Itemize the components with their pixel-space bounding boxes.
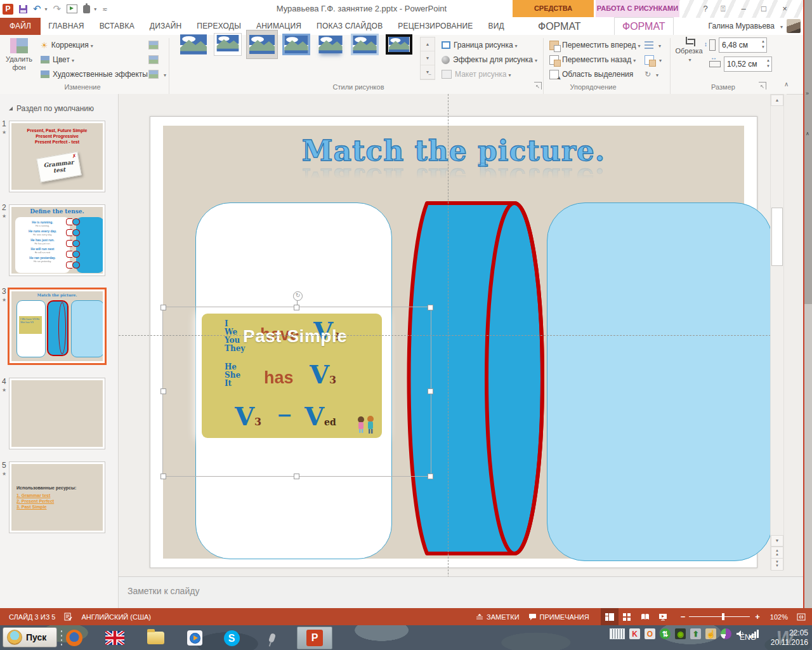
picture-style-1[interactable]	[178, 30, 209, 59]
picture-style-7[interactable]	[383, 30, 415, 59]
tab-insert[interactable]: ВСТАВКА	[92, 18, 142, 35]
section-header[interactable]: Раздел по умолчанию	[9, 104, 94, 113]
language-indicator[interactable]: ENG	[740, 633, 756, 642]
nvidia-icon[interactable]: ◉	[675, 628, 686, 639]
slide-2-thumbnail[interactable]: Define the tense. He is running.He is ru…	[9, 204, 105, 276]
notes-placeholder[interactable]: Заметки к слайду	[128, 586, 199, 596]
microphone-icon[interactable]	[263, 628, 282, 647]
rotation-handle[interactable]: ↻	[293, 291, 303, 301]
sync-icon[interactable]: ⇅	[660, 628, 671, 639]
zoom-in-button[interactable]: +	[755, 612, 760, 621]
slide-sorter-view-button[interactable]	[619, 608, 636, 625]
gallery-scroll-up[interactable]: ▲	[421, 37, 435, 51]
tab-view[interactable]: ВИД	[481, 18, 512, 35]
artistic-effects-button[interactable]: Художественные эффекты	[41, 68, 152, 81]
shape-height-input[interactable]: 6,48 см ▲▼	[719, 37, 767, 53]
notes-toggle[interactable]: ЗАМЕТКИ	[476, 613, 520, 621]
ribbon-display-options-button[interactable]: ⍐	[715, 3, 731, 15]
picture-border-button[interactable]: Граница рисунка	[442, 39, 518, 51]
align-button[interactable]	[645, 39, 661, 51]
zoom-slider[interactable]	[689, 616, 750, 617]
gallery-more-button[interactable]: ▼̲	[421, 65, 435, 79]
redo-button[interactable]: ↷	[53, 3, 62, 15]
picture-style-5[interactable]	[315, 30, 346, 59]
picture-style-2[interactable]	[212, 30, 244, 59]
slide-4-thumbnail[interactable]	[9, 378, 105, 449]
close-button[interactable]: ×	[776, 3, 793, 15]
selection-handle-ne[interactable]	[428, 305, 433, 310]
next-slide-button[interactable]: ▼▼	[771, 558, 783, 571]
previous-slide-button[interactable]: ▲▲	[771, 547, 783, 559]
crop-button[interactable]: Обрезка	[674, 37, 704, 83]
file-explorer-icon[interactable]	[146, 628, 165, 647]
rotate-button[interactable]: ↻	[645, 68, 658, 81]
clock[interactable]: 22:05 20.11.2016	[771, 628, 808, 647]
usb-device-icon[interactable]: ⬆	[690, 628, 701, 639]
zoom-level[interactable]: 102%	[770, 613, 788, 621]
width-spinner-arrows[interactable]: ▲▼	[766, 58, 770, 69]
minimize-button[interactable]: –	[735, 3, 752, 15]
media-player-icon[interactable]	[185, 628, 204, 647]
touch-pointer-icon[interactable]: ☝	[705, 628, 716, 639]
vertical-scrollbar[interactable]: ▲ ▼ ▲▲ ▼▼	[770, 94, 784, 570]
customize-qat-button[interactable]: ≂	[102, 6, 107, 13]
selection-handle-nw[interactable]	[160, 305, 166, 310]
picture-effects-button[interactable]: Эффекты для рисунка	[442, 53, 537, 66]
uk-flag-language-icon[interactable]	[105, 628, 124, 647]
reading-view-button[interactable]	[636, 608, 654, 625]
spellcheck-icon[interactable]	[64, 613, 72, 621]
touch-mode-dropdown[interactable]	[92, 6, 96, 12]
size-dialog-launcher[interactable]: ↘	[759, 82, 766, 90]
light-blue-rounded-rectangle[interactable]	[547, 202, 773, 561]
height-spinner-arrows[interactable]: ▲▼	[761, 39, 765, 50]
firefox-icon[interactable]	[65, 628, 84, 647]
shape-width-input[interactable]: 10,52 см ▲▼	[724, 56, 772, 72]
zoom-slider-thumb[interactable]	[722, 613, 724, 620]
selection-handle-se[interactable]	[428, 474, 433, 479]
tab-format-drawing-tools[interactable]: ФОРМАТ	[532, 18, 587, 35]
styles-dialog-launcher[interactable]: ↘	[534, 82, 542, 90]
disk-usage-icon[interactable]	[721, 628, 731, 639]
skype-icon[interactable]: S	[222, 628, 241, 647]
scroll-up-button[interactable]: ▲	[771, 95, 783, 106]
tab-format-picture-tools-active[interactable]: ФОРМАТ	[614, 17, 674, 35]
slide-3-thumbnail-selected[interactable]: Match the picture. I We have V3 He She h…	[8, 288, 107, 365]
color-button[interactable]: Цвет	[41, 53, 74, 66]
office-icon[interactable]: O	[645, 628, 655, 639]
start-from-beginning-button[interactable]	[67, 4, 77, 13]
send-backward-button[interactable]: Переместить назад	[549, 53, 636, 66]
compress-picture-button[interactable]	[148, 39, 159, 51]
notes-pane[interactable]: Заметки к слайду	[119, 576, 803, 609]
remove-background-button[interactable]: Удалить фон	[1, 37, 37, 83]
picture-style-6[interactable]	[349, 30, 381, 59]
horizontal-guide[interactable]	[119, 335, 783, 336]
selection-handle-n[interactable]	[294, 305, 299, 310]
slide-5-thumbnail[interactable]: Использованные ресурсы: 1. Grammar test2…	[9, 461, 105, 533]
powerpoint-taskbar-button-active[interactable]: P	[297, 627, 332, 649]
tab-file[interactable]: ФАЙЛ	[0, 18, 41, 35]
selection-handle-w[interactable]	[160, 388, 166, 394]
selection-pane-button[interactable]: Область выделения	[549, 68, 633, 81]
reset-picture-button[interactable]	[148, 68, 166, 81]
help-button[interactable]: ?	[697, 3, 714, 15]
normal-view-button[interactable]	[601, 608, 619, 625]
fit-slide-button[interactable]	[797, 613, 806, 621]
collapse-ribbon-button[interactable]: ∧	[784, 81, 789, 88]
bring-forward-button[interactable]: Переместить вперед	[549, 39, 641, 51]
change-picture-button[interactable]	[148, 53, 159, 66]
touch-mode-button[interactable]	[83, 5, 90, 13]
kaspersky-icon[interactable]: K	[629, 628, 640, 639]
slide-canvas[interactable]: Match the picture. Match the picture. IW…	[150, 116, 757, 568]
slideshow-view-button[interactable]	[654, 608, 672, 625]
slide-1-thumbnail[interactable]: Present, Past, Future SimplePresent Prog…	[9, 121, 105, 192]
save-button[interactable]	[19, 5, 27, 13]
tab-home[interactable]: ГЛАВНАЯ	[41, 18, 91, 35]
picture-style-4[interactable]	[280, 30, 312, 59]
keyboard-icon[interactable]	[610, 628, 625, 639]
corrections-button[interactable]: ☀ Коррекция	[41, 39, 93, 51]
language-status[interactable]: АНГЛИЙСКИЙ (США)	[81, 613, 151, 621]
comments-toggle[interactable]: ПРИМЕЧАНИЯ	[528, 613, 589, 621]
maximize-button[interactable]: □	[756, 3, 772, 15]
selection-handle-sw[interactable]	[160, 474, 166, 479]
zoom-out-button[interactable]: −	[681, 612, 686, 621]
